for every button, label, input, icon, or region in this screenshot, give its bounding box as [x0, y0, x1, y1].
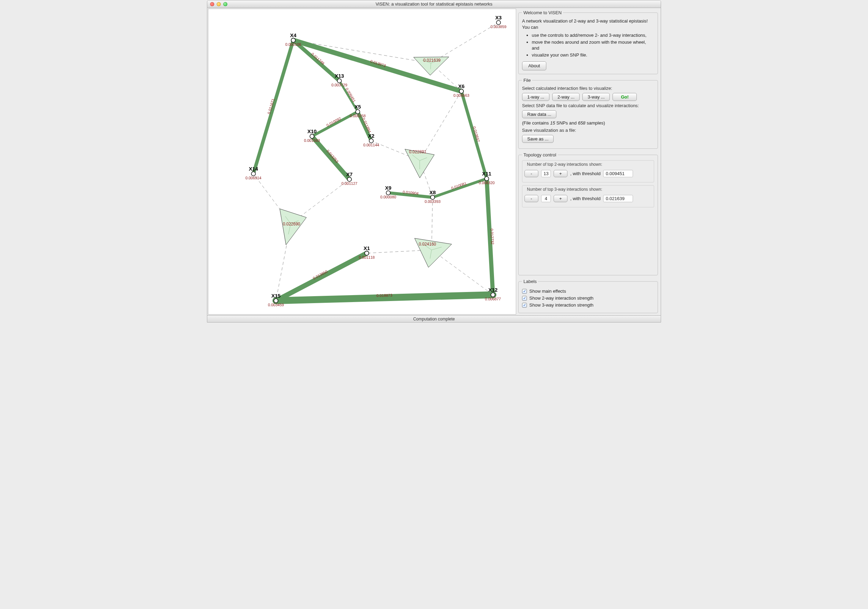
graph-canvas[interactable]: 0.0116710.0117490.0139730.0094510.010092… — [208, 9, 516, 315]
top3-plus-button[interactable]: + — [553, 195, 567, 202]
save-as-button[interactable]: Save as ... — [522, 135, 553, 143]
checkbox-3way-strength[interactable]: ✓ — [522, 303, 527, 308]
edge[interactable] — [253, 40, 293, 174]
node-label: X9 — [385, 185, 391, 191]
zoom-icon[interactable] — [223, 2, 228, 6]
edge[interactable] — [312, 136, 349, 179]
minimize-icon[interactable] — [217, 2, 221, 6]
node-value: 0.001118 — [359, 255, 375, 259]
node-X13[interactable] — [337, 79, 341, 83]
node-label: X12 — [488, 287, 498, 293]
node-value: 0.001144 — [363, 143, 379, 147]
welcome-bullet: move the nodes around and zoom with the … — [532, 39, 654, 51]
topology-panel: Topology control Number of top 2-way int… — [518, 152, 658, 275]
triangle-value: 0.022690 — [283, 222, 300, 227]
three-way-button[interactable]: 3-way ... — [582, 93, 610, 101]
about-button[interactable]: About — [522, 61, 546, 70]
top3-minus-button[interactable]: - — [524, 195, 538, 202]
node-value: 0.003729 — [332, 83, 347, 87]
status-text: Computation complete — [413, 317, 455, 322]
top3-label: Number of top 3-way interactions shown: — [526, 187, 603, 192]
node-label: X15 — [271, 293, 281, 298]
label-2way-strength: Show 2-way interaction strength — [529, 295, 594, 301]
check-icon: ✓ — [523, 289, 526, 294]
note-suffix: samples) — [586, 120, 605, 126]
node-value: 0.008563 — [453, 93, 470, 98]
node-label: X5 — [355, 104, 361, 110]
two-way-button[interactable]: 2-way ... — [552, 93, 580, 101]
top2-plus-button[interactable]: + — [553, 170, 567, 177]
node-X5[interactable] — [356, 110, 360, 114]
snp-count: 15 — [550, 120, 555, 126]
top3-thresh-label: , with threshold — [570, 196, 600, 201]
node-value: 0.003859 — [490, 25, 507, 29]
node-X1[interactable] — [365, 251, 369, 255]
file-select-snp-label: Select SNP data file to calculate and vi… — [522, 103, 654, 108]
triangle-value: 0.022891 — [409, 149, 426, 154]
node-value: 0.006914 — [245, 176, 261, 180]
triangle[interactable] — [280, 209, 307, 245]
note-mid: SNPs and — [555, 120, 578, 126]
edge[interactable] — [276, 253, 367, 301]
node-X6[interactable] — [459, 89, 463, 93]
note-prefix: (File contains — [522, 120, 550, 126]
window-title: ViSEN: a visualization tool for statisti… — [210, 2, 658, 6]
node-value: 0.003393 — [425, 199, 440, 204]
top3-subfield: Number of top 3-way interactions shown: … — [522, 185, 654, 207]
node-label: X2 — [368, 133, 374, 139]
checkbox-main-effects[interactable]: ✓ — [522, 289, 527, 294]
node-X7[interactable] — [347, 177, 352, 182]
welcome-bullet: use the controls to add/remove 2- and 3-… — [532, 32, 654, 39]
welcome-legend: Welcome to ViSEN — [522, 10, 563, 15]
node-X2[interactable] — [369, 139, 374, 143]
status-bar: Computation complete — [207, 315, 661, 322]
top2-threshold[interactable]: 0.009451 — [603, 170, 633, 177]
node-X10[interactable] — [310, 134, 314, 138]
node-label: X10 — [307, 128, 317, 134]
node-value: 0.000258 — [350, 114, 366, 118]
one-way-button[interactable]: 1-way ... — [522, 93, 549, 101]
node-label: X8 — [429, 190, 436, 195]
node-value: 0.000106 — [285, 42, 301, 47]
node-value: 0.003459 — [268, 303, 284, 307]
node-label: X1 — [364, 245, 370, 251]
traffic-lights — [210, 2, 228, 6]
node-X9[interactable] — [386, 191, 390, 195]
node-X15[interactable] — [274, 298, 278, 303]
raw-data-button[interactable]: Raw data ... — [522, 110, 556, 118]
triangle-value: 0.024160 — [419, 242, 436, 247]
label-main-effects: Show main effects — [529, 289, 566, 294]
node-value: 0.000080 — [380, 195, 396, 199]
top2-minus-button[interactable]: - — [524, 170, 538, 177]
node-X14[interactable] — [251, 172, 256, 176]
top2-value[interactable]: 13 — [541, 170, 551, 177]
welcome-bullet: visualize your own SNP file. — [532, 52, 654, 58]
main-area: 0.0116710.0117490.0139730.0094510.010092… — [207, 8, 661, 315]
node-value: 0.001583 — [304, 138, 320, 143]
edge[interactable] — [461, 91, 487, 179]
top2-thresh-label: , with threshold — [570, 171, 600, 176]
node-X8[interactable] — [431, 195, 435, 199]
top2-subfield: Number of top 2-way interactions shown: … — [522, 160, 654, 182]
node-value: 0.006877 — [485, 297, 501, 301]
close-icon[interactable] — [210, 2, 214, 6]
welcome-bullets: use the controls to add/remove 2- and 3-… — [522, 32, 654, 58]
triangle-value: 0.021639 — [423, 58, 440, 63]
network-svg[interactable]: 0.0116710.0117490.0139730.0094510.010092… — [208, 9, 515, 315]
node-X11[interactable] — [485, 177, 489, 181]
node-X3[interactable] — [496, 20, 501, 25]
welcome-intro: A network visualization of 2-way and 3-w… — [522, 18, 654, 70]
calc-file-row: 1-way ... 2-way ... 3-way ... Go! — [522, 93, 654, 101]
check-icon: ✓ — [523, 296, 526, 300]
top3-threshold[interactable]: 0.021639 — [603, 195, 633, 202]
node-value: 0.001127 — [341, 182, 357, 186]
node-label: X14 — [249, 166, 258, 172]
top3-value[interactable]: 4 — [541, 195, 551, 202]
check-icon: ✓ — [523, 303, 526, 307]
node-X4[interactable] — [291, 38, 295, 42]
checkbox-2way-strength[interactable]: ✓ — [522, 296, 527, 301]
go-button[interactable]: Go! — [612, 93, 637, 101]
file-contents-note: (File contains 15 SNPs and 658 samples) — [522, 120, 654, 126]
node-X12[interactable] — [491, 293, 495, 297]
node-label: X11 — [482, 171, 491, 177]
